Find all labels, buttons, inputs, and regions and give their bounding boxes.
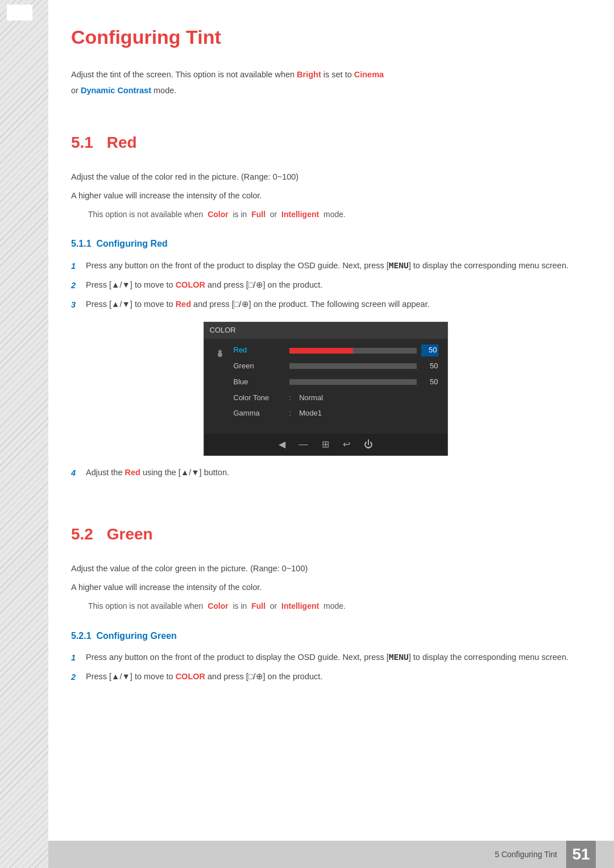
footer-text: 5 Configuring Tint: [495, 848, 557, 861]
left-stripe: [0, 0, 48, 868]
section-52-title: 5.2 Green: [71, 522, 580, 547]
steps-list-52: 1 Press any button on the front of the p…: [71, 651, 580, 684]
section-52-note: This option is not available when Color …: [88, 600, 580, 612]
monitor-icon-enter: ⊞: [322, 437, 329, 452]
monitor-row-gamma: Gamma : Mode1: [234, 408, 438, 420]
section-51: 5.1 Red Adjust the value of the color re…: [71, 130, 580, 480]
page-footer: 5 Configuring Tint 51: [48, 841, 614, 868]
monitor-row-blue: Blue 50: [234, 376, 438, 388]
step-52-2-text: Press [▲/▼] to move to COLOR and press […: [86, 670, 580, 683]
monitor-icon-return: ↩: [343, 437, 350, 452]
monitor-value-gamma: Mode1: [299, 408, 322, 420]
section-52-body1: Adjust the value of the color green in t…: [71, 562, 580, 575]
step-51-3: 3 Press [▲/▼] to move to Red and press […: [71, 298, 580, 312]
svg-point-0: [218, 352, 222, 357]
step-51-2-text: Press [▲/▼] to move to COLOR and press […: [86, 279, 580, 292]
monitor-icon-back: ◀: [279, 437, 285, 452]
monitor-gamma-colon: :: [289, 408, 292, 420]
step-51-3-text: Press [▲/▼] to move to Red and press [□/…: [86, 298, 580, 311]
step-52-2: 2 Press [▲/▼] to move to COLOR and press…: [71, 670, 580, 684]
intro-connector: is set to: [323, 68, 352, 81]
intro-dynamic-contrast: Dynamic Contrast: [81, 84, 151, 97]
step-51-1: 1 Press any button on the front of the p…: [71, 259, 580, 273]
monitor-screen: COLOR Red: [204, 322, 448, 455]
monitor-icon-row: ◀ — ⊞ ↩ ⏻: [204, 434, 447, 455]
steps-list-51: 1 Press any button on the front of the p…: [71, 259, 580, 312]
stripe-white-box: [7, 5, 32, 20]
monitor-icon-minus: —: [299, 437, 308, 452]
intro-block: Adjust the tint of the screen. This opti…: [71, 68, 580, 97]
subsection-511-title: 5.1.1 Configuring Red: [71, 236, 580, 251]
monitor-bar-green: [289, 363, 417, 369]
monitor-icon-power: ⏻: [364, 437, 373, 452]
footer-page-number: 51: [566, 841, 596, 868]
monitor-value-colortone: Normal: [299, 392, 323, 404]
subsection-521-title: 5.2.1 Configuring Green: [71, 629, 580, 643]
step-52-1: 1 Press any button on the front of the p…: [71, 651, 580, 665]
step-51-4: 4 Adjust the Red using the [▲/▼] button.: [71, 466, 580, 480]
monitor-row-red: Red 50: [234, 344, 438, 356]
section-51-title: 5.1 Red: [71, 130, 580, 156]
intro-cinema: Cinema: [354, 68, 384, 81]
monitor-label-colortone: Color Tone: [234, 392, 285, 404]
intro-or: or: [71, 84, 78, 97]
section-51-note: This option is not available when Color …: [88, 208, 580, 221]
monitor-value-blue: 50: [421, 376, 438, 388]
content-area: Configuring Tint Adjust the tint of the …: [48, 0, 614, 868]
monitor-label-red: Red: [234, 344, 285, 356]
page-title: Configuring Tint: [71, 22, 580, 52]
monitor-row-green: Green 50: [234, 360, 438, 372]
monitor-colortone-colon: :: [289, 392, 292, 404]
monitor-label-gamma: Gamma: [234, 408, 285, 420]
step-51-1-text: Press any button on the front of the pro…: [86, 259, 580, 272]
section-52: 5.2 Green Adjust the value of the color …: [71, 522, 580, 684]
step-51-2: 2 Press [▲/▼] to move to COLOR and press…: [71, 279, 580, 292]
monitor-camera-icon: [213, 348, 231, 367]
monitor-rows-with-icon: Red 50 Green: [213, 344, 438, 423]
step-52-1-text: Press any button on the front of the pro…: [86, 651, 580, 664]
steps-list-51-4: 4 Adjust the Red using the [▲/▼] button.: [71, 466, 580, 480]
intro-bright: Bright: [297, 68, 321, 81]
intro-line1: Adjust the tint of the screen. This opti…: [71, 68, 580, 81]
monitor-bar-red: [289, 348, 417, 354]
section-51-body1: Adjust the value of the color red in the…: [71, 171, 580, 184]
monitor-label-green: Green: [234, 360, 285, 372]
monitor-body: Red 50 Green: [204, 339, 447, 429]
intro-mode: mode.: [154, 84, 176, 97]
monitor-label-blue: Blue: [234, 376, 285, 388]
monitor-header: COLOR: [204, 322, 447, 339]
intro-text-before: Adjust the tint of the screen. This opti…: [71, 68, 294, 81]
intro-line2: or Dynamic Contrast mode.: [71, 84, 580, 97]
monitor-value-red: 50: [421, 344, 438, 356]
monitor-bar-blue: [289, 379, 417, 385]
section-52-body2: A higher value will increase the intensi…: [71, 581, 580, 594]
monitor-value-green: 50: [421, 360, 438, 372]
page-wrapper: Configuring Tint Adjust the tint of the …: [0, 0, 614, 868]
monitor-rows-col: Red 50 Green: [234, 344, 438, 423]
step-51-4-text: Adjust the Red using the [▲/▼] button.: [86, 466, 580, 479]
section-51-body2: A higher value will increase the intensi…: [71, 189, 580, 202]
monitor-row-colortone: Color Tone : Normal: [234, 392, 438, 404]
